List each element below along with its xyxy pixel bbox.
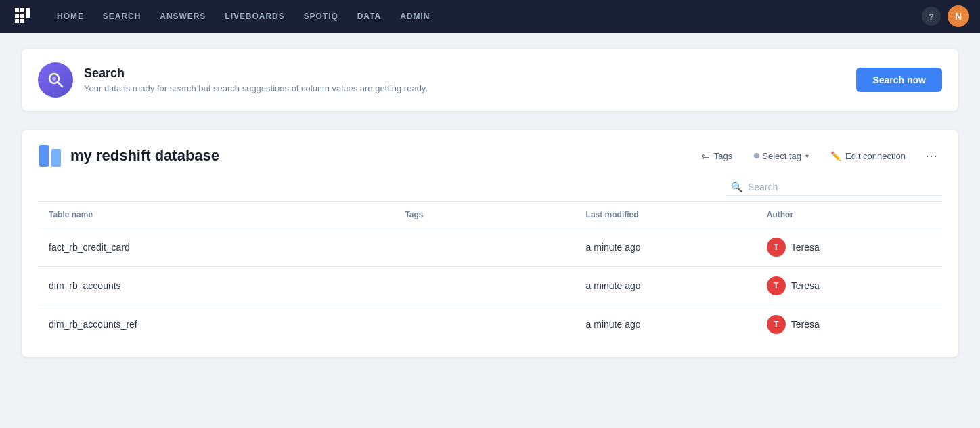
table-search-wrapper: 🔍 [38, 179, 942, 196]
db-actions: 🏷 Tags Select tag ▾ ✏️ Edit connection ⋯ [694, 145, 942, 167]
select-tag-button[interactable]: Select tag ▾ [747, 147, 816, 165]
tags-button[interactable]: 🏷 Tags [694, 147, 739, 165]
tag-icon: 🏷 [701, 151, 710, 161]
search-banner-icon [38, 62, 73, 98]
help-button[interactable]: ? [922, 7, 941, 26]
tags-label: Tags [714, 151, 732, 161]
search-banner: Search Your data is ready for search but… [22, 49, 958, 111]
cell-author: T Teresa [761, 305, 942, 344]
nav-home[interactable]: HOME [49, 7, 92, 25]
cell-last-modified: a minute ago [581, 228, 761, 267]
database-name: my redshift database [70, 147, 219, 165]
cell-author: T Teresa [761, 267, 942, 305]
nav-data[interactable]: DATA [349, 7, 389, 25]
col-header-author: Author [761, 202, 942, 228]
main-content: Search Your data is ready for search but… [0, 33, 980, 373]
search-banner-subtitle: Your data is ready for search but search… [84, 83, 845, 93]
cell-tags [399, 305, 580, 344]
logo[interactable] [11, 4, 35, 28]
author-name: Teresa [791, 319, 820, 330]
cell-author: T Teresa [761, 228, 942, 267]
database-icon [38, 144, 62, 168]
more-options-button[interactable]: ⋯ [920, 145, 942, 167]
db-header: my redshift database 🏷 Tags Select tag ▾… [38, 144, 942, 168]
search-icon: 🔍 [731, 181, 742, 192]
cell-last-modified: a minute ago [581, 305, 761, 344]
table-search-input[interactable] [748, 181, 937, 192]
nav-liveboards[interactable]: LIVEBOARDS [217, 7, 292, 25]
select-tag-label: Select tag [762, 151, 801, 161]
svg-rect-6 [26, 8, 30, 18]
svg-rect-11 [51, 149, 61, 167]
nav-admin[interactable]: ADMIN [392, 7, 438, 25]
svg-rect-10 [39, 145, 49, 167]
svg-rect-0 [15, 8, 19, 12]
author-avatar: T [767, 276, 786, 295]
data-table: Table name Tags Last modified Author fac… [38, 201, 942, 343]
edit-connection-button[interactable]: ✏️ Edit connection [824, 147, 912, 165]
col-header-table-name: Table name [38, 202, 399, 228]
nav-answers[interactable]: ANSWERS [152, 7, 214, 25]
svg-point-9 [52, 77, 56, 81]
search-now-button[interactable]: Search now [856, 68, 942, 92]
search-banner-text: Search Your data is ready for search but… [84, 66, 845, 93]
svg-rect-3 [20, 14, 24, 18]
nav-links: HOME SEARCH ANSWERS LIVEBOARDS SPOTIQ DA… [49, 7, 922, 25]
nav-search[interactable]: SEARCH [95, 7, 149, 25]
nav-right: ? N [922, 5, 969, 27]
db-title-area: my redshift database [38, 144, 219, 168]
table-row[interactable]: dim_rb_accounts a minute ago T Teresa [38, 267, 942, 305]
author-avatar: T [767, 238, 786, 257]
author-avatar: T [767, 315, 786, 334]
dot-icon [754, 153, 759, 158]
cell-table-name: fact_rb_credit_card [38, 228, 399, 267]
database-section: my redshift database 🏷 Tags Select tag ▾… [22, 130, 958, 357]
search-banner-title: Search [84, 66, 845, 81]
user-avatar[interactable]: N [948, 5, 969, 27]
svg-line-8 [58, 83, 63, 87]
svg-rect-5 [20, 19, 24, 23]
table-header-row: Table name Tags Last modified Author [38, 202, 942, 228]
edit-connection-label: Edit connection [845, 151, 906, 161]
svg-rect-1 [20, 8, 24, 12]
table-row[interactable]: fact_rb_credit_card a minute ago T Teres… [38, 228, 942, 267]
cell-table-name: dim_rb_accounts [38, 267, 399, 305]
table-search-box: 🔍 [726, 179, 942, 196]
table-body: fact_rb_credit_card a minute ago T Teres… [38, 228, 942, 344]
svg-rect-4 [15, 19, 19, 23]
cell-tags [399, 228, 580, 267]
author-name: Teresa [791, 280, 820, 291]
nav-spotiq[interactable]: SPOTIQ [296, 7, 347, 25]
col-header-last-modified: Last modified [581, 202, 761, 228]
author-name: Teresa [791, 242, 820, 253]
pencil-icon: ✏️ [830, 151, 841, 161]
table-row[interactable]: dim_rb_accounts_ref a minute ago T Teres… [38, 305, 942, 344]
svg-rect-2 [15, 14, 19, 18]
chevron-down-icon: ▾ [805, 152, 809, 160]
cell-table-name: dim_rb_accounts_ref [38, 305, 399, 344]
col-header-tags: Tags [399, 202, 580, 228]
cell-last-modified: a minute ago [581, 267, 761, 305]
navbar: HOME SEARCH ANSWERS LIVEBOARDS SPOTIQ DA… [0, 0, 980, 33]
cell-tags [399, 267, 580, 305]
